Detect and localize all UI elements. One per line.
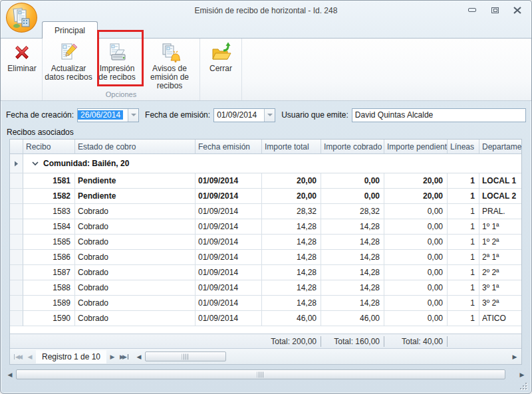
window-horizontal-scrollbar[interactable]: ◀ ▶ xyxy=(5,369,527,380)
grid-scroll-thumb[interactable] xyxy=(145,351,226,361)
nav-first-button[interactable]: ◀◀ xyxy=(12,351,24,363)
cell-importe-total: 14,28 xyxy=(262,250,321,265)
cell-lineas: 1 xyxy=(448,265,479,280)
row-selector-cell[interactable] xyxy=(10,189,23,204)
close-button[interactable] xyxy=(513,6,522,14)
header-cell-estado[interactable]: Estado de cobro xyxy=(75,140,196,154)
cell-recibo: 1589 xyxy=(23,296,75,311)
scroll-right-icon[interactable]: ▶ xyxy=(517,371,527,378)
grid-horizontal-scrollbar[interactable]: ◀ ▶ xyxy=(134,351,519,362)
edit-document-icon xyxy=(58,41,79,64)
nav-last-button[interactable]: ▶▶ xyxy=(118,351,130,363)
minimize-button[interactable] xyxy=(467,6,477,14)
cell-fecha: 01/09/2014 xyxy=(196,250,262,265)
table-row[interactable]: 1584 Cobrado 01/09/2014 14,28 14,28 0,00… xyxy=(10,219,521,235)
delete-x-icon xyxy=(11,41,33,64)
cell-departamento: 1º 2ª xyxy=(479,235,521,250)
usuario-emite-label: Usuario que emite: xyxy=(281,110,348,120)
scroll-left-icon[interactable]: ◀ xyxy=(5,371,15,378)
header-cell-selector xyxy=(10,140,23,154)
row-marker-cell xyxy=(10,154,23,173)
row-selector-cell[interactable] xyxy=(10,311,23,326)
total-importe-cobrado: Total: 160,00 xyxy=(321,336,384,347)
group-row[interactable]: Comunidad: Bailén, 20 xyxy=(10,154,521,173)
cell-fecha: 01/09/2014 xyxy=(196,219,262,235)
impresion-recibos-button[interactable]: Impresión de recibos xyxy=(94,39,140,82)
row-selector-cell[interactable] xyxy=(10,265,23,280)
nav-prev-button[interactable]: ◀ xyxy=(24,351,36,363)
scroll-right-icon[interactable]: ▶ xyxy=(510,353,519,360)
cerrar-button[interactable]: Cerrar xyxy=(200,39,241,73)
restore-button[interactable] xyxy=(490,6,499,14)
usuario-emite-field[interactable]: David Quintas Alcalde xyxy=(352,108,526,122)
cell-importe-total: 14,28 xyxy=(262,265,321,280)
cell-fecha: 01/09/2014 xyxy=(196,204,262,219)
header-cell-recibo[interactable]: Recibo xyxy=(23,140,75,154)
scroll-left-icon[interactable]: ◀ xyxy=(134,353,144,360)
row-selector-cell[interactable] xyxy=(10,280,23,296)
row-selector-cell[interactable] xyxy=(10,296,23,311)
table-row[interactable]: 1585 Cobrado 01/09/2014 14,28 14,28 0,00… xyxy=(10,235,521,250)
cell-importe-total: 46,00 xyxy=(262,311,321,326)
impresion-recibos-label: Impresión de recibos xyxy=(94,64,140,82)
cell-importe-total: 14,28 xyxy=(262,235,321,250)
tab-principal[interactable]: Principal xyxy=(42,21,98,39)
ribbon-group-eliminar: Eliminar xyxy=(2,39,43,100)
grid-scroll-track[interactable] xyxy=(144,351,510,362)
table-row[interactable]: 1588 Cobrado 01/09/2014 14,28 14,28 0,00… xyxy=(10,280,521,296)
row-selector-cell[interactable] xyxy=(10,219,23,235)
header-cell-departamento[interactable]: Departamen xyxy=(479,140,521,154)
row-selector-cell[interactable] xyxy=(10,204,23,219)
avisos-emision-label: Avisos de emisión de recibos xyxy=(140,64,200,90)
resize-grip-icon[interactable] xyxy=(520,383,527,389)
header-cell-importe-cobrado[interactable]: Importe cobrado xyxy=(321,140,384,154)
print-receipt-icon xyxy=(106,41,128,64)
cell-fecha: 01/09/2014 xyxy=(196,296,262,311)
cell-importe-cobrado: 46,00 xyxy=(321,311,384,326)
expand-chevron-icon[interactable] xyxy=(32,161,39,166)
cell-importe-cobrado: 28,32 xyxy=(321,204,384,219)
cell-importe-total: 14,28 xyxy=(262,296,321,311)
window-scroll-thumb[interactable] xyxy=(16,369,505,379)
header-cell-importe-pendiente[interactable]: Importe pendiente xyxy=(384,140,448,154)
table-row[interactable]: 1582 Pendiente 01/09/2014 20,00 0,00 20,… xyxy=(10,189,521,204)
cell-estado: Pendiente xyxy=(75,173,196,189)
table-row[interactable]: 1590 Cobrado 01/09/2014 46,00 46,00 0,00… xyxy=(10,311,521,326)
fecha-emision-field[interactable]: 01/09/2014 xyxy=(213,108,275,122)
header-cell-fecha[interactable]: Fecha emisión xyxy=(196,140,262,154)
fecha-creacion-field[interactable]: 26/06/2014 xyxy=(77,108,139,122)
cell-lineas: 1 xyxy=(448,235,479,250)
cell-departamento: 3º 1ª xyxy=(479,280,521,296)
table-row[interactable]: 1587 Cobrado 01/09/2014 14,28 14,28 0,00… xyxy=(10,265,521,280)
row-selector-cell[interactable] xyxy=(10,173,23,189)
cell-fecha: 01/09/2014 xyxy=(196,280,262,296)
table-row[interactable]: 1589 Cobrado 01/09/2014 14,28 14,28 0,00… xyxy=(10,296,521,311)
table-row[interactable]: 1581 Pendiente 01/09/2014 20,00 0,00 20,… xyxy=(10,173,521,189)
cell-fecha: 01/09/2014 xyxy=(196,235,262,250)
form-fields-row: Fecha de creación: 26/06/2014 Fecha de e… xyxy=(6,108,526,122)
cell-lineas: 1 xyxy=(448,204,479,219)
header-cell-lineas[interactable]: Líneas xyxy=(448,140,479,154)
fecha-creacion-dropdown[interactable] xyxy=(128,109,138,122)
avisos-emision-button[interactable]: Avisos de emisión de recibos xyxy=(140,39,200,90)
cell-recibo: 1586 xyxy=(23,250,75,265)
table-row[interactable]: 1586 Cobrado 01/09/2014 14,28 14,28 0,00… xyxy=(10,250,521,265)
cell-lineas: 1 xyxy=(448,280,479,296)
ribbon-group-caption: Opciones xyxy=(43,90,200,100)
fecha-emision-dropdown[interactable] xyxy=(264,109,275,122)
nav-next-button[interactable]: ▶ xyxy=(106,351,118,363)
recibos-asociados-label: Recibos asociados xyxy=(7,128,531,137)
status-bar xyxy=(1,380,531,393)
cell-importe-pendiente: 0,00 xyxy=(384,311,448,326)
eliminar-button[interactable]: Eliminar xyxy=(2,39,42,73)
table-row[interactable]: 1583 Cobrado 01/09/2014 28,32 28,32 0,00… xyxy=(10,204,521,219)
actualizar-datos-button[interactable]: Actualizar datos recibos xyxy=(43,39,94,82)
cell-departamento: PRAL. xyxy=(479,204,521,219)
cell-recibo: 1582 xyxy=(23,189,75,204)
header-cell-importe-total[interactable]: Importe total xyxy=(262,140,321,154)
row-selector-cell[interactable] xyxy=(10,250,23,265)
window-scroll-track[interactable] xyxy=(15,369,517,380)
cell-lineas: 1 xyxy=(448,311,479,326)
buildings-documents-icon xyxy=(12,7,32,29)
row-selector-cell[interactable] xyxy=(10,235,23,250)
